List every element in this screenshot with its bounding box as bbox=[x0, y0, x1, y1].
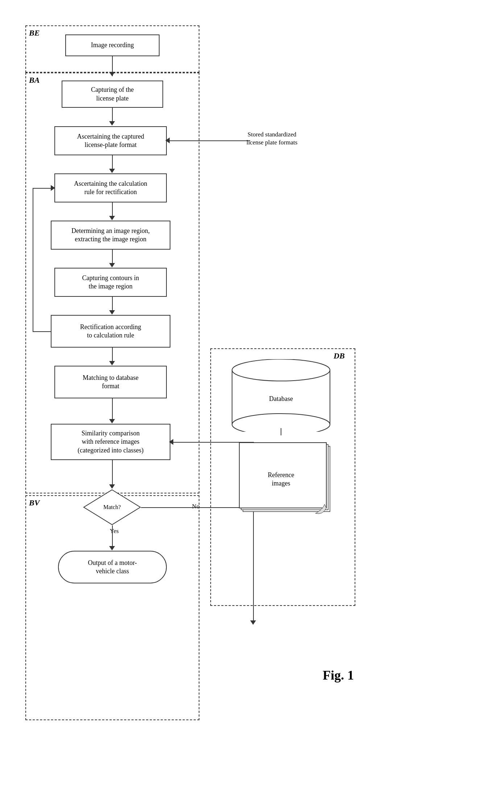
feedback-h-bottom bbox=[33, 331, 51, 332]
box-determining-region: Determining an image region, extracting … bbox=[51, 221, 170, 250]
svg-text:Database: Database bbox=[269, 395, 293, 402]
box-ascertaining-rule: Ascertaining the calculation rule for re… bbox=[54, 173, 167, 202]
db-cylinder-database: Database bbox=[228, 359, 334, 432]
box-image-recording: Image recording bbox=[65, 34, 160, 56]
arrow-yes bbox=[112, 525, 113, 549]
svg-text:Reference: Reference bbox=[268, 471, 294, 479]
svg-text:images: images bbox=[272, 480, 290, 487]
box-ascertaining-format: Ascertaining the captured license-plate … bbox=[54, 126, 167, 155]
arrow-db-ref bbox=[281, 428, 281, 435]
box-rectification: Rectification according to calculation r… bbox=[51, 315, 170, 348]
arrowhead-2 bbox=[109, 121, 115, 126]
ref-images: Reference images bbox=[228, 432, 334, 526]
arrowhead-yes bbox=[109, 546, 115, 550]
arrowhead-5 bbox=[109, 263, 115, 267]
box-capturing-license: Capturing of the license plate bbox=[62, 81, 163, 108]
box-matching-format: Matching to database format bbox=[54, 366, 167, 398]
svg-point-3 bbox=[232, 359, 330, 381]
arrowhead-stored bbox=[165, 138, 170, 143]
label-yes: Yes bbox=[107, 527, 121, 535]
svg-text:Match?: Match? bbox=[103, 504, 121, 510]
label-no: No bbox=[189, 503, 203, 510]
arrowhead-6 bbox=[109, 310, 115, 315]
feedback-v bbox=[33, 188, 33, 332]
arrowhead-7 bbox=[109, 361, 115, 365]
arrowhead-db-sim bbox=[169, 439, 173, 445]
box-capturing-contours: Capturing contours in the image region bbox=[54, 268, 167, 297]
arrow-9 bbox=[112, 460, 113, 487]
arrowhead-3 bbox=[109, 169, 115, 173]
arrowhead-no bbox=[250, 620, 256, 625]
arrowhead-4 bbox=[109, 216, 115, 220]
fig-label: Fig. 1 bbox=[323, 668, 354, 683]
diamond-match: Match? bbox=[83, 489, 141, 525]
arrow-8 bbox=[112, 398, 113, 422]
arrowhead-feedback bbox=[51, 185, 55, 191]
arrowhead-9 bbox=[109, 484, 115, 489]
label-be: BE bbox=[29, 28, 40, 38]
arrowhead-8 bbox=[109, 419, 115, 423]
label-db: DB bbox=[334, 351, 345, 361]
label-ba: BA bbox=[29, 75, 40, 85]
box-output: Output of a motor- vehicle class bbox=[58, 551, 167, 583]
diagram-container: BE Image recording BA Capturing of the l… bbox=[15, 15, 489, 798]
label-bv: BV bbox=[29, 498, 40, 508]
label-stored-formats: Stored standardized license plate format… bbox=[232, 131, 312, 147]
box-similarity: Similarity comparison with reference ima… bbox=[51, 424, 170, 460]
